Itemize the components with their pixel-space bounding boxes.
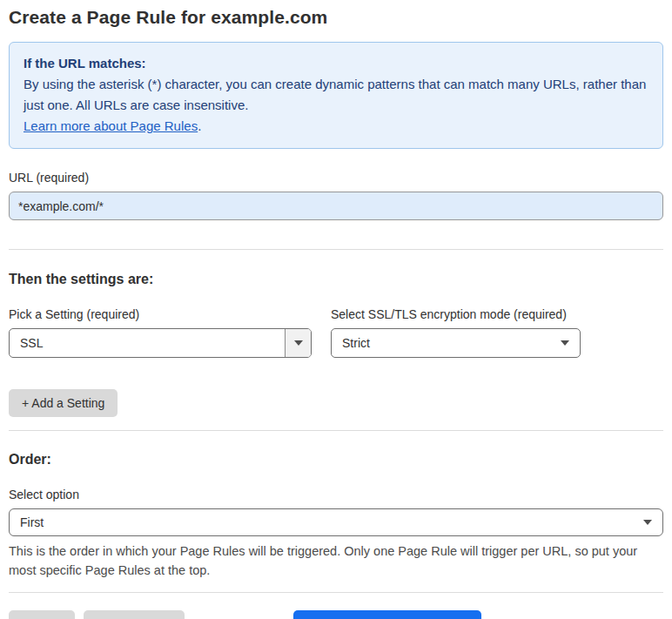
learn-more-link[interactable]: Learn more about Page Rules xyxy=(24,118,198,133)
divider xyxy=(9,430,663,431)
pick-setting-select-value: SSL xyxy=(10,336,285,350)
url-field-label: URL (required) xyxy=(9,171,663,185)
pick-setting-column: Pick a Setting (required) SSL xyxy=(9,307,312,358)
divider xyxy=(9,249,663,250)
info-box-link-row: Learn more about Page Rules. xyxy=(24,116,648,137)
encryption-mode-column: Select SSL/TLS encryption mode (required… xyxy=(331,307,581,358)
chevron-down-icon xyxy=(561,340,569,346)
settings-row: Pick a Setting (required) SSL Select SSL… xyxy=(9,307,663,358)
save-and-deploy-button[interactable]: Save and Deploy Page Rule xyxy=(293,610,481,619)
encryption-mode-select-value: Strict xyxy=(332,336,550,350)
chevron-down-icon xyxy=(550,329,580,357)
order-select-value: First xyxy=(10,515,633,529)
order-section-heading: Order: xyxy=(9,452,663,468)
chevron-down-icon xyxy=(294,340,303,346)
chevron-down-icon xyxy=(633,509,662,535)
link-suffix: . xyxy=(198,118,201,133)
chevron-down-icon xyxy=(643,520,652,525)
encryption-mode-label: Select SSL/TLS encryption mode (required… xyxy=(331,307,581,321)
cancel-button[interactable]: Cancel xyxy=(9,610,75,619)
order-helper-text: This is the order in which your Page Rul… xyxy=(9,542,662,580)
url-match-info-box: If the URL matches: By using the asteris… xyxy=(9,42,663,149)
save-as-draft-button[interactable]: Save as Draft xyxy=(84,610,185,619)
divider xyxy=(9,592,663,593)
info-box-heading: If the URL matches: xyxy=(24,53,648,74)
page-title: Create a Page Rule for example.com xyxy=(9,7,663,28)
settings-section-heading: Then the settings are: xyxy=(9,272,663,287)
url-input[interactable] xyxy=(9,192,663,220)
add-setting-button[interactable]: + Add a Setting xyxy=(9,389,118,417)
pick-setting-select[interactable]: SSL xyxy=(9,328,312,358)
footer-actions: Cancel Save as Draft Save and Deploy Pag… xyxy=(9,610,663,619)
info-box-body: By using the asterisk (*) character, you… xyxy=(24,74,648,116)
pick-setting-label: Pick a Setting (required) xyxy=(9,307,312,321)
order-select[interactable]: First xyxy=(9,508,663,536)
create-page-rule-panel: Create a Page Rule for example.com If th… xyxy=(0,0,672,619)
chevron-down-icon xyxy=(285,329,311,357)
order-select-label: Select option xyxy=(9,488,663,501)
encryption-mode-select[interactable]: Strict xyxy=(331,328,581,358)
